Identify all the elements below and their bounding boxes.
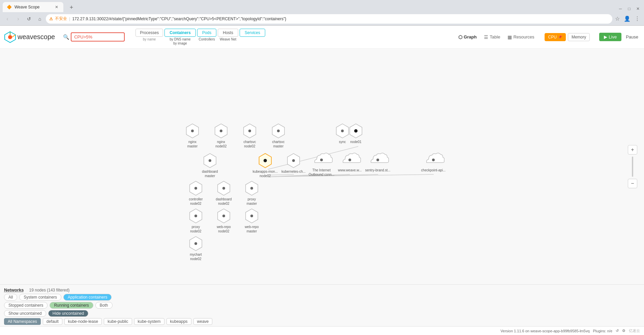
- node-label-n20: mychartnode02: [190, 252, 202, 261]
- node-label-n6: node01: [350, 140, 361, 144]
- node-n19[interactable]: web-repomaster: [238, 208, 265, 233]
- topology-hosts-btn[interactable]: Hosts: [218, 29, 238, 37]
- filter-running-containers-btn[interactable]: Running containers: [50, 302, 93, 309]
- node-n10[interactable]: The InternetOutbound conn...: [308, 152, 335, 177]
- node-n12[interactable]: sentry-brand.st...: [364, 152, 391, 172]
- forward-button[interactable]: ›: [13, 14, 23, 24]
- filter-both-btn[interactable]: Both: [95, 302, 113, 309]
- settings-icon[interactable]: ⚙: [622, 329, 625, 333]
- minimize-icon[interactable]: ─: [617, 5, 624, 12]
- pause-button[interactable]: Pause: [624, 33, 640, 41]
- node-n16[interactable]: proxymaster: [238, 180, 265, 206]
- node-n11[interactable]: www.weave.w...: [336, 152, 363, 172]
- filter-stopped-containers-btn[interactable]: Stopped containers: [4, 302, 48, 309]
- node-label-n3: chartsvcnode02: [243, 140, 256, 148]
- node-n6[interactable]: node01: [342, 123, 369, 144]
- namespace-weave-btn[interactable]: weave: [193, 318, 213, 325]
- node-n4[interactable]: chartsvcmaster: [265, 123, 292, 148]
- resources-icon: ▦: [508, 34, 512, 40]
- node-label-n4: chartsvcmaster: [272, 140, 284, 148]
- node-label-n17: proxynode02: [190, 225, 201, 233]
- logo-icon: [4, 31, 16, 43]
- svg-point-21: [376, 159, 379, 161]
- namespace-default-btn[interactable]: default: [43, 318, 62, 325]
- zoom-in-button[interactable]: +: [628, 145, 637, 155]
- node-label-n18: web-reponode02: [217, 225, 231, 233]
- svg-point-13: [277, 130, 280, 132]
- hosts-sub1: Weave Net: [220, 37, 236, 41]
- svg-point-26: [194, 215, 197, 217]
- filter-info: 19 nodes (143 filtered): [29, 288, 70, 292]
- filter-hide-uncontained-btn[interactable]: Hide uncontained: [48, 310, 88, 317]
- node-n2[interactable]: nginxnode02: [208, 123, 235, 148]
- zoom-out-button[interactable]: −: [628, 179, 637, 188]
- topology-processes-btn[interactable]: Processes: [135, 29, 163, 37]
- svg-point-17: [264, 159, 267, 162]
- node-n14[interactable]: controllernode02: [182, 180, 209, 206]
- node-label-n14: controllernode02: [189, 197, 203, 206]
- topology-pods-btn[interactable]: Pods: [197, 29, 216, 37]
- node-n13[interactable]: checkpoint-api...: [420, 152, 447, 172]
- svg-point-27: [222, 215, 225, 217]
- node-n18[interactable]: web-reponode02: [210, 208, 237, 233]
- node-n20[interactable]: mychartnode02: [182, 235, 209, 261]
- svg-point-19: [320, 159, 323, 161]
- refresh-icon[interactable]: ↺: [616, 329, 619, 333]
- svg-point-12: [248, 130, 251, 132]
- namespace-kube-node-lease-btn[interactable]: kube-node-lease: [64, 318, 102, 325]
- brand-text: 亿迷云: [629, 328, 640, 333]
- search-input[interactable]: [71, 32, 125, 41]
- containers-sub1: by DNS name: [170, 37, 190, 41]
- namespace-all-btn[interactable]: All Namespaces: [4, 318, 41, 325]
- reload-button[interactable]: ↺: [24, 14, 34, 24]
- close-icon[interactable]: ✕: [635, 5, 641, 12]
- node-n8[interactable]: kubeapps-mon...node02: [252, 152, 279, 178]
- networks-label[interactable]: Networks: [4, 287, 24, 292]
- svg-point-28: [250, 215, 253, 217]
- node-n7[interactable]: dashboardmaster: [196, 152, 223, 178]
- resources-view-btn[interactable]: ▦ Resources: [504, 33, 538, 41]
- topology-containers-btn[interactable]: Containers: [164, 29, 196, 37]
- graph-view-btn[interactable]: ⬡ Graph: [455, 33, 480, 41]
- table-view-btn[interactable]: ☰ Table: [481, 33, 503, 41]
- new-tab-button[interactable]: +: [67, 3, 76, 12]
- node-label-n11: www.weave.w...: [338, 168, 362, 172]
- filter-all-btn[interactable]: All: [4, 294, 17, 301]
- cpu-metric-btn[interactable]: CPU 📌: [545, 33, 566, 41]
- svg-point-18: [292, 159, 295, 162]
- node-n1[interactable]: nginxmaster: [179, 123, 206, 148]
- browser-tab[interactable]: 🔶 Weave Scope ✕: [3, 2, 63, 12]
- svg-point-1: [8, 35, 12, 39]
- maximize-icon[interactable]: □: [626, 5, 633, 12]
- graph-icon: ⬡: [458, 34, 462, 40]
- node-n17[interactable]: proxynode02: [182, 208, 209, 233]
- node-n9[interactable]: kubernetes-ch...: [280, 152, 307, 174]
- live-button[interactable]: ▶ Live: [599, 33, 621, 41]
- tab-close-icon[interactable]: ✕: [54, 4, 59, 10]
- profile-icon[interactable]: 👤: [622, 16, 632, 22]
- filter-application-containers-btn[interactable]: Application containers: [63, 294, 112, 301]
- topology-services-btn[interactable]: Services: [240, 29, 265, 37]
- bookmark-icon[interactable]: ☆: [614, 16, 621, 22]
- processes-sublabel: by name: [143, 37, 156, 41]
- namespace-kube-public-btn[interactable]: kube-public: [104, 318, 132, 325]
- node-label-n19: web-repomaster: [245, 225, 259, 233]
- namespace-kube-system-btn[interactable]: kube-system: [134, 318, 164, 325]
- svg-line-3: [12, 35, 16, 37]
- menu-icon[interactable]: ⋮: [633, 16, 641, 22]
- back-button[interactable]: ‹: [3, 14, 12, 24]
- memory-metric-btn[interactable]: Memory: [568, 33, 590, 41]
- svg-point-20: [348, 159, 351, 161]
- node-n15[interactable]: dashboardnode02: [210, 180, 237, 206]
- node-label-n7: dashboardmaster: [202, 169, 218, 178]
- node-n3[interactable]: chartsvcnode02: [236, 123, 263, 148]
- filter-system-containers-btn[interactable]: System containers: [19, 294, 61, 301]
- node-label-n16: proxymaster: [247, 197, 257, 206]
- tab-title: Weave Scope: [14, 5, 40, 9]
- filter-show-uncontained-btn[interactable]: Show uncontained: [4, 310, 46, 317]
- logo-text: weavescope: [18, 33, 55, 41]
- home-button[interactable]: ⌂: [35, 14, 44, 24]
- security-warning-icon: ⚠: [49, 17, 53, 21]
- namespace-kubeapps-btn[interactable]: kubeapps: [166, 318, 191, 325]
- address-text[interactable]: 172.27.9.131:30022/#/state/{"pinnedMetri…: [72, 17, 609, 21]
